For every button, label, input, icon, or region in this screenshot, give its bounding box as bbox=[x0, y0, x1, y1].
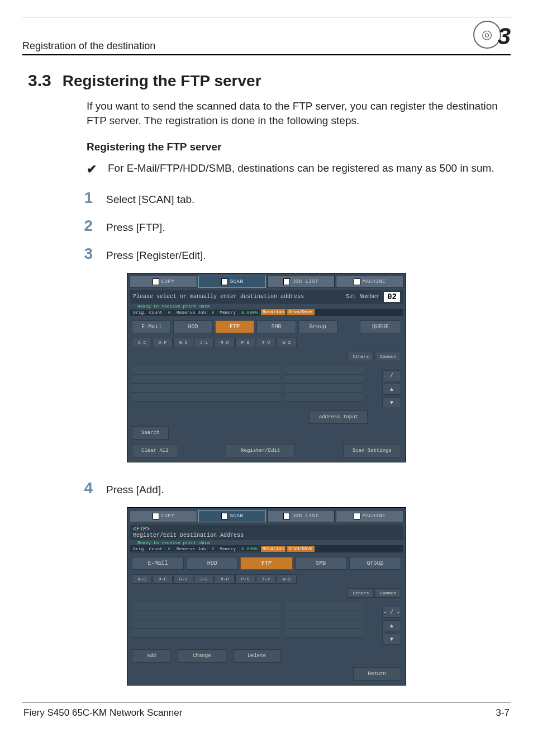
tab-copy-label: COPY bbox=[161, 279, 175, 285]
letter-tab[interactable]: A-C bbox=[132, 338, 152, 347]
tab-machine[interactable]: MACHINE bbox=[336, 276, 403, 288]
list-item[interactable] bbox=[132, 393, 280, 401]
clear-all-button[interactable]: Clear All bbox=[132, 444, 178, 457]
tab-copy[interactable]: COPY bbox=[130, 510, 197, 522]
list-item[interactable] bbox=[285, 602, 363, 611]
scroll-up-button[interactable]: ▲ bbox=[382, 620, 401, 631]
footer-product: Fiery S450 65C-KM Network Scanner bbox=[23, 707, 182, 719]
register-edit-button[interactable]: Register/Edit bbox=[226, 444, 295, 457]
list-item[interactable] bbox=[132, 611, 280, 620]
chapter-number: 3 bbox=[498, 27, 511, 46]
letter-tab[interactable]: P-S bbox=[235, 574, 255, 584]
mode-ftp-button[interactable]: FTP bbox=[240, 557, 292, 570]
list-item[interactable] bbox=[285, 366, 363, 375]
list-item[interactable] bbox=[132, 366, 280, 375]
orig-count-value: 0 bbox=[166, 546, 173, 552]
page-indicator: - / - bbox=[382, 370, 401, 381]
mode-email-button[interactable]: E-Mail bbox=[132, 320, 171, 333]
tab-joblist-label: JOB LIST bbox=[292, 279, 318, 285]
scroll-up-button[interactable]: ▲ bbox=[382, 384, 401, 395]
tab-machine-label: MACHINE bbox=[363, 513, 386, 519]
mode-ftp-button[interactable]: FTP bbox=[215, 320, 254, 333]
footer-page: 3-7 bbox=[496, 707, 510, 719]
mode-smb-button[interactable]: SMB bbox=[256, 320, 296, 333]
drum-indicator: Drum/Deve bbox=[287, 309, 314, 315]
tab-joblist[interactable]: JOB LIST bbox=[267, 276, 335, 288]
list-item[interactable] bbox=[132, 384, 280, 393]
mode-smb-button[interactable]: SMB bbox=[295, 557, 347, 570]
step-text: Press [FTP]. bbox=[106, 221, 165, 234]
list-item[interactable] bbox=[132, 375, 280, 384]
others-button[interactable]: Others bbox=[348, 588, 374, 598]
list-item[interactable] bbox=[285, 620, 363, 629]
screenshot-register-edit: COPY SCAN JOB LIST MACHINE <FTP> Registe… bbox=[127, 507, 406, 686]
reserve-job-label: Reserve Job bbox=[174, 309, 208, 315]
letter-tab[interactable]: D-F bbox=[153, 574, 173, 584]
add-button[interactable]: Add bbox=[132, 649, 171, 663]
letter-tab[interactable]: J-L bbox=[194, 338, 214, 347]
letter-tab[interactable]: P-S bbox=[235, 338, 255, 347]
step-number: 2 bbox=[78, 217, 93, 235]
letter-tab[interactable]: T-V bbox=[256, 574, 276, 584]
letter-tab[interactable]: A-C bbox=[132, 574, 152, 584]
step-text: Press [Register/Edit]. bbox=[106, 249, 206, 262]
tab-copy-label: COPY bbox=[161, 513, 175, 519]
letter-tab[interactable]: D-F bbox=[153, 338, 173, 347]
drum-indicator: Drum/Deve bbox=[287, 546, 314, 552]
tab-machine[interactable]: MACHINE bbox=[336, 510, 403, 522]
list-item[interactable] bbox=[285, 629, 363, 638]
memory-label: Memory bbox=[217, 309, 238, 315]
memory-value: 0.000% bbox=[239, 309, 260, 315]
tab-copy[interactable]: COPY bbox=[130, 276, 197, 288]
memory-label: Memory bbox=[217, 546, 238, 552]
scan-settings-button[interactable]: Scan Settings bbox=[343, 444, 401, 457]
list-item[interactable] bbox=[132, 602, 280, 611]
note-text: For E-Mail/FTP/HDD/SMB, destinations can… bbox=[108, 161, 494, 176]
others-button[interactable]: Others bbox=[348, 352, 374, 361]
common-button[interactable]: Common bbox=[375, 588, 401, 598]
mode-hdd-button[interactable]: HDD bbox=[186, 557, 238, 570]
step-number: 1 bbox=[78, 189, 93, 207]
letter-tab[interactable]: G-I bbox=[173, 574, 193, 584]
letter-tab[interactable]: T-V bbox=[256, 338, 276, 347]
address-input-button[interactable]: Address Input bbox=[310, 410, 368, 424]
change-button[interactable]: Change bbox=[178, 649, 226, 663]
letter-tab[interactable]: M-O bbox=[215, 574, 235, 584]
screenshot-select-destination: COPY SCAN JOB LIST MACHINE Please select… bbox=[127, 273, 406, 462]
list-item[interactable] bbox=[285, 393, 363, 401]
section-number: 3.3 bbox=[28, 71, 51, 90]
list-item[interactable] bbox=[132, 620, 280, 629]
list-item[interactable] bbox=[285, 375, 363, 384]
common-button[interactable]: Common bbox=[375, 352, 401, 361]
mode-email-button[interactable]: E-Mail bbox=[132, 557, 184, 570]
letter-tab[interactable]: W-Z bbox=[277, 574, 297, 584]
step-text: Press [Add]. bbox=[106, 484, 164, 496]
status-message: Please select or manually enter destinat… bbox=[133, 294, 304, 300]
scroll-down-button[interactable]: ▼ bbox=[382, 397, 401, 408]
list-item[interactable] bbox=[132, 629, 280, 638]
delete-button[interactable]: Delete bbox=[233, 649, 281, 663]
return-button[interactable]: Return bbox=[353, 667, 401, 681]
letter-tab[interactable]: J-L bbox=[194, 574, 214, 584]
section-title: Registering the FTP server bbox=[63, 72, 261, 90]
mode-group-button[interactable]: Group bbox=[298, 320, 337, 333]
tab-scan[interactable]: SCAN bbox=[198, 276, 266, 288]
orig-count-value: 0 bbox=[166, 309, 173, 315]
letter-tab[interactable]: G-I bbox=[173, 338, 193, 347]
check-icon: ✔ bbox=[87, 161, 101, 178]
reserve-job-value: 0 bbox=[209, 546, 216, 552]
mode-group-button[interactable]: Group bbox=[349, 557, 401, 570]
tab-joblist[interactable]: JOB LIST bbox=[267, 510, 335, 522]
letter-tab[interactable]: W-Z bbox=[277, 338, 297, 347]
list-item[interactable] bbox=[285, 384, 363, 393]
queue-button[interactable]: QUEUE bbox=[360, 320, 401, 333]
step-text: Select [SCAN] tab. bbox=[106, 193, 194, 206]
tab-scan[interactable]: SCAN bbox=[198, 510, 266, 522]
search-button[interactable]: Search bbox=[132, 426, 169, 440]
mode-hdd-button[interactable]: HDD bbox=[173, 320, 212, 333]
list-item[interactable] bbox=[285, 611, 363, 620]
orig-count-label: Orig. Count bbox=[131, 309, 165, 315]
scroll-down-button[interactable]: ▼ bbox=[382, 634, 401, 645]
letter-tab[interactable]: M-O bbox=[215, 338, 235, 347]
screen-subtitle: Register/Edit Destination Address bbox=[133, 532, 244, 538]
